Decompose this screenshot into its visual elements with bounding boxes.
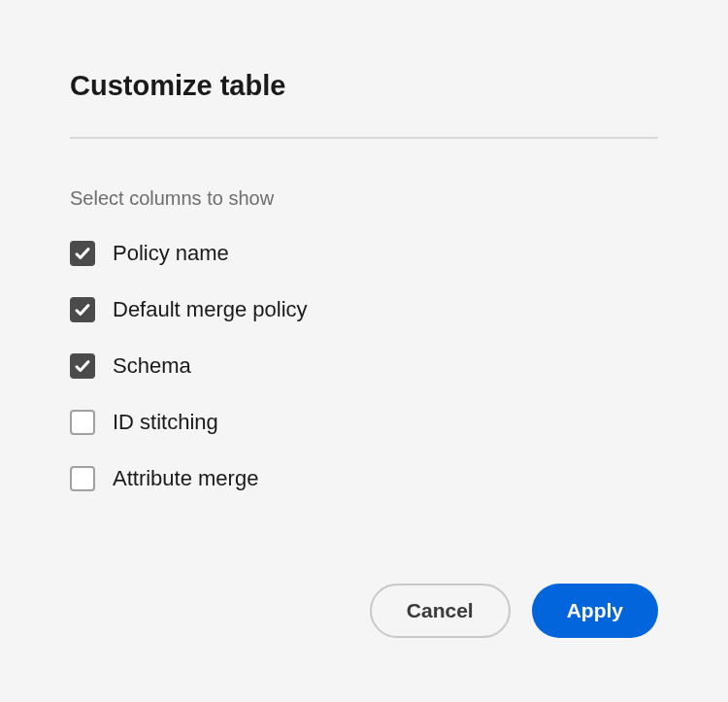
checkmark-icon <box>74 301 91 318</box>
dialog-title: Customize table <box>70 70 658 102</box>
button-row: Cancel Apply <box>370 584 658 638</box>
divider <box>70 137 658 139</box>
checkbox[interactable] <box>70 353 95 379</box>
checkbox-list: Policy name Default merge policy Schema … <box>70 241 658 491</box>
checkbox-item-id-stitching[interactable]: ID stitching <box>70 410 658 435</box>
cancel-button[interactable]: Cancel <box>370 584 511 638</box>
checkmark-icon <box>74 245 91 262</box>
checkbox[interactable] <box>70 466 95 491</box>
checkbox-label: Attribute merge <box>113 466 258 491</box>
checkbox-label: Policy name <box>113 241 229 266</box>
checkmark-icon <box>74 357 91 375</box>
customize-table-dialog: Customize table Select columns to show P… <box>70 70 658 702</box>
checkbox[interactable] <box>70 241 95 266</box>
apply-button[interactable]: Apply <box>532 584 658 638</box>
checkbox-item-attribute-merge[interactable]: Attribute merge <box>70 466 658 491</box>
checkbox-label: Schema <box>113 353 191 379</box>
checkbox-label: ID stitching <box>113 410 218 435</box>
checkbox-item-policy-name[interactable]: Policy name <box>70 241 658 266</box>
section-label: Select columns to show <box>70 187 658 210</box>
checkbox-label: Default merge policy <box>113 297 308 322</box>
checkbox-item-schema[interactable]: Schema <box>70 353 658 379</box>
checkbox[interactable] <box>70 410 95 435</box>
checkbox-item-default-merge-policy[interactable]: Default merge policy <box>70 297 658 322</box>
checkbox[interactable] <box>70 297 95 322</box>
